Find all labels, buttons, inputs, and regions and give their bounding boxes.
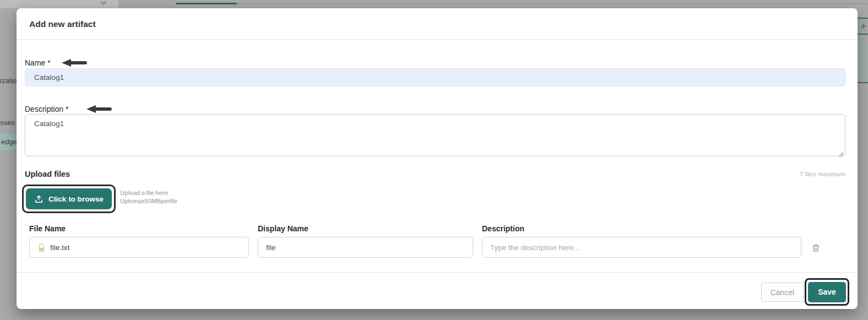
modal-title: Add new artifact <box>29 8 96 40</box>
resize-grip-icon[interactable] <box>838 149 844 155</box>
upload-icon <box>34 194 44 204</box>
column-header-file-name: File Name <box>29 224 66 233</box>
annotation-arrow-icon <box>62 59 87 69</box>
save-button-highlight-ring: Save <box>805 278 849 306</box>
upload-hints: Upload a file here Up to max 50MB per fi… <box>120 189 177 205</box>
description-field-wrap <box>25 114 845 156</box>
upload-hint-line1: Upload a file here <box>120 189 177 197</box>
delete-file-button[interactable] <box>811 242 822 253</box>
modal-footer: Cancel Save <box>17 272 858 309</box>
page-backdrop: ization sses edge + Add new artifact Nam… <box>0 0 868 320</box>
column-header-display-name: Display Name <box>258 224 308 233</box>
browse-button-highlight-ring: Click to browse <box>22 185 116 213</box>
description-label: Description * <box>25 105 68 113</box>
save-button[interactable]: Save <box>808 282 846 302</box>
trash-icon <box>811 243 822 253</box>
file-name-value: file.txt <box>50 243 69 252</box>
background-text-fragment: sses <box>0 118 15 127</box>
background-add-button: + <box>859 20 868 33</box>
max-files-note: 7 files maximum <box>800 171 845 177</box>
name-input[interactable] <box>25 68 845 86</box>
file-icon <box>37 243 46 252</box>
file-description-input[interactable] <box>482 237 801 258</box>
modal-header: Add new artifact <box>17 8 858 40</box>
name-label: Name * <box>25 58 51 67</box>
background-active-tab-underline <box>176 3 237 4</box>
background-right-panel <box>857 41 868 83</box>
background-plus-border-top <box>857 18 868 19</box>
file-name-field: file.txt <box>29 237 249 258</box>
click-to-browse-button[interactable]: Click to browse <box>26 188 112 209</box>
display-name-input[interactable] <box>258 237 473 258</box>
browse-button-label: Click to browse <box>48 195 104 203</box>
cancel-button[interactable]: Cancel <box>761 283 804 302</box>
upload-files-title: Upload files <box>25 170 70 178</box>
description-textarea[interactable] <box>25 114 845 156</box>
background-tabbar-border <box>237 3 868 4</box>
background-text-fragment: edge <box>1 138 17 146</box>
upload-hint-line2: Up to max 50MB per file <box>120 197 177 205</box>
column-header-description: Description <box>482 224 524 233</box>
background-plus-border-bottom <box>857 34 868 35</box>
add-artifact-modal: Add new artifact Name * Description * Up… <box>17 8 858 309</box>
